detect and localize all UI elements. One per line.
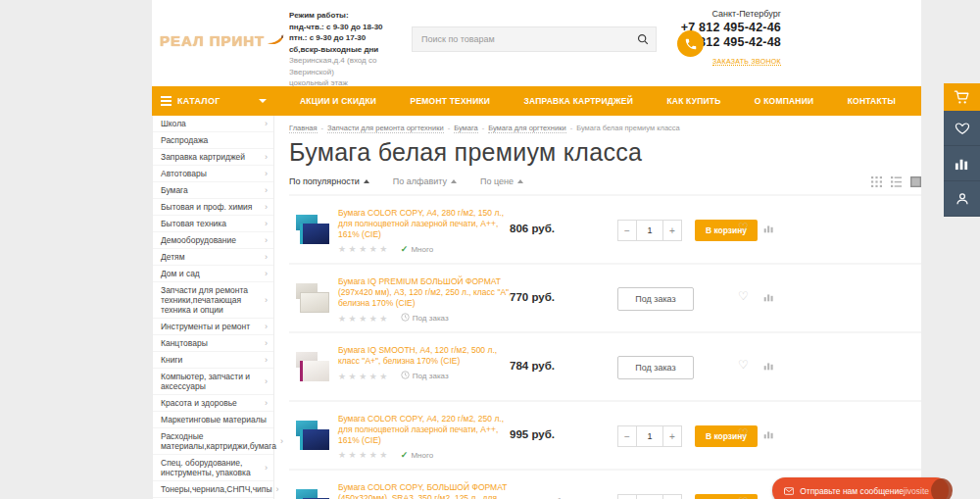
product-actions: −1+В корзину <box>617 219 758 242</box>
quantity-increase-button[interactable]: + <box>662 494 682 499</box>
product-meta: ★★★★★✓Много <box>338 244 516 254</box>
nav-item[interactable]: РЕМОНТ ТЕХНИКИ <box>411 96 491 106</box>
nav-item[interactable]: ЗАПРАВКА КАРТРИДЖЕЙ <box>524 96 634 106</box>
account-button[interactable] <box>944 181 980 217</box>
breadcrumb-link[interactable]: Бумага <box>454 124 478 133</box>
product-price: 770 руб. <box>510 291 555 303</box>
table-view-icon[interactable] <box>910 176 921 187</box>
product-image-box <box>300 292 329 313</box>
sidebar-item[interactable]: Автотовары› <box>153 166 273 182</box>
compare-button[interactable] <box>944 146 980 181</box>
rating-stars[interactable]: ★★★★★ <box>338 244 390 254</box>
product-title-link[interactable]: Бумага IQ PREMIUM БОЛЬШОЙ ФОРМАТ (297х42… <box>338 276 516 309</box>
product-image[interactable] <box>294 417 331 454</box>
schedule-line: сб,вскр-выходные дни <box>289 44 402 56</box>
breadcrumb-link[interactable]: Главная <box>289 124 318 133</box>
chat-widget[interactable]: Отправьте нам сообщение jivosite <box>772 477 949 499</box>
list-view-icon[interactable] <box>891 176 902 187</box>
nav-item[interactable]: О КОМПАНИИ <box>755 96 813 106</box>
sidebar-item[interactable]: Детям› <box>153 249 273 266</box>
breadcrumb-link[interactable]: Запчасти для ремонта оргтехники <box>327 124 444 133</box>
catalog-label: КАТАЛОГ <box>177 96 220 106</box>
favorite-icon[interactable]: ♡ <box>738 427 749 439</box>
sidebar-item-label: Расходные материалы,картриджи,бумага <box>161 431 276 451</box>
product-image[interactable] <box>294 348 331 385</box>
rating-stars[interactable]: ★★★★★ <box>338 314 390 324</box>
callback-link[interactable]: ЗАКАЗАТЬ ЗВОНОК <box>712 58 781 66</box>
floating-side-panel <box>944 83 980 217</box>
sidebar-item[interactable]: Канцтовары› <box>153 335 273 352</box>
catalog-menu-button[interactable]: КАТАЛОГ <box>152 86 274 116</box>
quantity-decrease-button[interactable]: − <box>617 220 637 241</box>
cart-button[interactable] <box>944 83 980 111</box>
product-title-link[interactable]: Бумага IQ SMOOTH, А4, 120 г/м2, 500 л., … <box>338 345 516 367</box>
quantity-decrease-button[interactable]: − <box>617 494 637 499</box>
product-title-link[interactable]: Бумага COLOR COPY, БОЛЬШОЙ ФОРМАТ (450х3… <box>338 482 516 499</box>
phone-icon[interactable] <box>677 30 704 57</box>
sidebar-item-label: Компьютер, запчасти и аксессуары <box>161 372 261 391</box>
nav-links: АКЦИИ И СКИДКИРЕМОНТ ТЕХНИКИЗАПРАВКА КАР… <box>274 86 921 116</box>
sidebar-item[interactable]: Распродажа <box>153 132 273 149</box>
search-input[interactable] <box>413 34 630 44</box>
product-image[interactable] <box>294 279 331 317</box>
grid-view-icon[interactable] <box>871 176 882 187</box>
sidebar-item[interactable]: Бытовая и проф. химия› <box>153 199 273 216</box>
product-actions: Под заказ <box>617 356 694 379</box>
product-row: Бумага COLOR COPY, А4, 220 г/м2, 250 л.,… <box>289 400 921 469</box>
compare-icon[interactable] <box>763 291 774 302</box>
product-row: Бумага IQ PREMIUM БОЛЬШОЙ ФОРМАТ (297х42… <box>289 263 921 331</box>
rating-stars[interactable]: ★★★★★ <box>338 372 390 381</box>
compare-icon[interactable] <box>763 223 774 233</box>
product-title-link[interactable]: Бумага COLOR COPY, А4, 280 г/м2, 150 л.,… <box>338 208 516 240</box>
product-list: Бумага COLOR COPY, А4, 280 г/м2, 150 л.,… <box>289 194 921 499</box>
sidebar-item[interactable]: Школа› <box>153 116 273 132</box>
nav-item[interactable]: КАК КУПИТЬ <box>666 96 720 106</box>
compare-icon[interactable] <box>763 428 774 439</box>
favorite-icon[interactable]: ♡ <box>738 290 749 302</box>
sort-option[interactable]: По популярности <box>289 176 369 186</box>
sidebar-item[interactable]: Спец. оборудование, инструменты, упаковк… <box>153 455 273 481</box>
sidebar-item[interactable]: Запчасти для ремонта техники,печатающая … <box>153 282 273 319</box>
favorite-icon[interactable]: ♡ <box>738 359 749 371</box>
sidebar-item[interactable]: Бытовая техника› <box>153 216 273 232</box>
nav-item[interactable]: КОНТАКТЫ <box>848 96 896 106</box>
breadcrumb-link[interactable]: Бумага для оргтехники <box>488 124 565 133</box>
preorder-button[interactable]: Под заказ <box>617 287 694 311</box>
rating-stars[interactable]: ★★★★★ <box>338 450 390 460</box>
search-icon[interactable] <box>630 27 656 51</box>
sidebar-item[interactable]: Расходные материалы,картриджи,бумага› <box>153 428 273 455</box>
preorder-button[interactable]: Под заказ <box>617 356 694 379</box>
sort-option[interactable]: По алфавиту <box>393 176 457 186</box>
product-icon-actions: ♡ <box>738 427 774 439</box>
product-image[interactable] <box>294 485 331 499</box>
sidebar-item[interactable]: Компьютер, запчасти и аксессуары› <box>153 369 273 395</box>
product-image[interactable] <box>294 211 331 248</box>
compare-icon[interactable] <box>763 360 774 371</box>
product-actions: −1+В корзину <box>617 493 758 499</box>
quantity-increase-button[interactable]: + <box>662 220 682 241</box>
sidebar-item[interactable]: Книги› <box>153 352 273 369</box>
logo[interactable]: РЕАЛ ПРИНТ <box>160 18 285 63</box>
quantity-decrease-button[interactable]: − <box>617 425 637 447</box>
sidebar-item[interactable]: Дом и сад› <box>153 266 273 282</box>
sidebar-item-label: Книги <box>161 355 261 365</box>
sidebar-item[interactable]: Демооборудование› <box>153 232 273 249</box>
quantity-increase-button[interactable]: + <box>662 425 682 447</box>
product-image-box <box>300 224 329 244</box>
sidebar-item[interactable]: Красота и здоровье› <box>153 395 273 412</box>
favorite-icon[interactable]: ♡ <box>738 222 749 233</box>
quantity-stepper: −1+ <box>617 220 682 241</box>
sidebar-item[interactable]: Тонеры,чернила,СНПЧ,чипы› <box>153 481 273 498</box>
breadcrumb-separator: - <box>482 124 485 132</box>
sort-option[interactable]: По цене <box>480 176 523 186</box>
chevron-right-icon: › <box>265 322 268 331</box>
sidebar-item[interactable]: Инструменты и ремонт› <box>153 319 273 335</box>
nav-item[interactable]: АКЦИИ И СКИДКИ <box>300 96 376 106</box>
sidebar-item[interactable]: Бумага› <box>153 182 273 199</box>
sidebar-item[interactable]: Заправка картриджей› <box>153 149 273 166</box>
breadcrumb-current: Бумага белая премиум класса <box>576 124 680 132</box>
main-nav: КАТАЛОГ АКЦИИ И СКИДКИРЕМОНТ ТЕХНИКИЗАПР… <box>152 86 921 116</box>
favorites-button[interactable] <box>944 111 980 146</box>
sidebar-item[interactable]: Маркетинговые материалы <box>153 412 273 428</box>
product-title-link[interactable]: Бумага COLOR COPY, А4, 220 г/м2, 250 л.,… <box>338 414 516 446</box>
